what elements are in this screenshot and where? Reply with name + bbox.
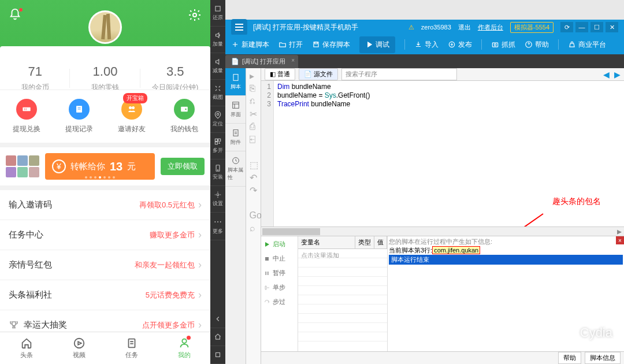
tb-publish[interactable]: 发布 <box>448 40 472 50</box>
tb-help[interactable]: 帮助 <box>525 40 549 50</box>
maximize-button[interactable]: ☐ <box>590 22 603 32</box>
ticket-icon <box>16 99 37 120</box>
code-area[interactable]: 123 Dim bundleNamebundleName = Sys.GetFr… <box>261 81 624 226</box>
bt-info[interactable]: 脚本信息 <box>585 352 621 364</box>
svg-point-6 <box>185 109 187 110</box>
action-withdraw[interactable]: 提现兑换 <box>0 99 53 134</box>
avatars-grid <box>6 155 39 177</box>
tab-headlines[interactable]: 头条 <box>0 332 53 364</box>
svg-rect-10 <box>216 6 220 11</box>
tb-open[interactable]: 打开 <box>278 40 303 50</box>
svg-rect-20 <box>315 42 318 44</box>
close-button[interactable]: ✕ <box>606 22 618 32</box>
svg-rect-1 <box>23 107 30 112</box>
svg-rect-12 <box>215 139 217 141</box>
tb-capture[interactable]: 抓抓 <box>491 40 515 50</box>
svg-rect-14 <box>215 142 217 144</box>
vt-restore[interactable]: 还原 <box>210 0 225 27</box>
svg-rect-25 <box>233 75 238 81</box>
tb-save[interactable]: 保存脚本 <box>312 40 350 50</box>
nav-prev[interactable]: ◀ <box>603 70 610 79</box>
vt-volume-up[interactable]: 加量 <box>210 27 225 53</box>
annotation-arrow <box>480 211 549 226</box>
tab-video[interactable]: 视频 <box>53 332 105 364</box>
minimize-button[interactable]: — <box>575 22 588 32</box>
svg-rect-27 <box>233 130 238 136</box>
vt-more[interactable]: ⋯更多 <box>210 213 225 240</box>
nav-next[interactable]: ▶ <box>614 70 621 79</box>
doc-icon <box>69 99 90 120</box>
tab-tasks[interactable]: 任务 <box>105 332 158 364</box>
svg-rect-33 <box>268 272 269 275</box>
emulator-toolbar: 还原 加量 减量 截图 定位 多开 安装 设置 ⋯更多 <box>210 0 225 364</box>
user-name[interactable]: zero35983 <box>421 24 451 31</box>
svg-point-23 <box>494 44 496 46</box>
vt-settings[interactable]: 设置 <box>210 186 225 213</box>
file-icon: 📄 <box>231 58 239 65</box>
vt-locate[interactable]: 定位 <box>210 106 225 133</box>
vt-install[interactable]: 安装 <box>210 159 225 186</box>
phone-screen: 71我的金币 1.00我的零钱 3.5今日阅读(分钟) 提现兑换 提现记录 开宝… <box>0 0 210 364</box>
promo-banner[interactable]: ¥ 转帐给你13元 <box>45 153 155 180</box>
vars-table: 变量名类型值 点击这里添加 <box>298 236 388 351</box>
refresh-icon[interactable]: ⟳ <box>560 22 573 32</box>
badge-treasure: 开宝箱 <box>123 93 147 103</box>
db-step[interactable]: 单步 <box>263 283 295 292</box>
svg-point-7 <box>74 339 84 348</box>
svg-rect-5 <box>181 107 188 112</box>
search-subroutine[interactable]: 搜索子程序 <box>341 68 457 80</box>
editor-tabs: ◧ 普通 📄 源文件 搜索子程序 ◀▶ <box>261 68 624 81</box>
vt-screenshot[interactable]: 截图 <box>210 80 225 106</box>
list-family[interactable]: 亲情号红包和亲友一起领红包 <box>0 250 210 280</box>
hamburger-icon[interactable] <box>231 19 247 35</box>
vt-volume-down[interactable]: 减量 <box>210 53 225 80</box>
lb-props[interactable]: 脚本属性 <box>225 151 246 187</box>
bt-help[interactable]: 帮助 <box>558 352 581 364</box>
gear-icon[interactable] <box>188 8 202 22</box>
lb-ui[interactable]: 界面 <box>225 96 246 124</box>
ide-window: [调试] 打开应用-按键精灵手机助手 ⚠ zero35983 退出 作者后台 模… <box>225 0 624 364</box>
tab-mine[interactable]: 我的 <box>158 332 210 364</box>
vt-recent[interactable] <box>210 346 225 364</box>
list-invite-code[interactable]: 输入邀请码再领取0.5元红包 <box>0 190 210 220</box>
avatar[interactable] <box>88 10 122 44</box>
annotation-text: 趣头条的包名 <box>552 196 601 207</box>
action-history[interactable]: 提现记录 <box>53 99 105 134</box>
tb-import[interactable]: 导入 <box>414 40 439 50</box>
tb-new[interactable]: 新建脚本 <box>231 40 269 50</box>
logout-link[interactable]: 退出 <box>458 23 471 32</box>
db-stepover[interactable]: 步过 <box>263 298 295 306</box>
bell-icon[interactable] <box>9 8 23 22</box>
svg-point-16 <box>217 170 218 170</box>
titlebar: [调试] 打开应用-按键精灵手机助手 ⚠ zero35983 退出 作者后台 模… <box>225 20 624 35</box>
db-run[interactable]: 启动 <box>263 240 295 248</box>
vt-multi[interactable]: 多开 <box>210 133 225 159</box>
svg-point-11 <box>217 113 219 116</box>
tb-debug[interactable]: 调试 <box>359 36 395 53</box>
hscroll[interactable]: ▸ <box>261 226 624 236</box>
tb-biz[interactable]: 商业平台 <box>568 40 606 50</box>
vt-back[interactable] <box>210 310 225 328</box>
svg-rect-32 <box>266 272 267 275</box>
svg-line-29 <box>485 214 543 226</box>
panel-close-icon[interactable]: × <box>616 236 624 244</box>
claim-button[interactable]: 立即领取 <box>161 158 205 175</box>
action-invite[interactable]: 开宝箱 邀请好友 <box>105 99 158 134</box>
close-tab-icon[interactable]: × <box>291 57 295 64</box>
emulator-badge[interactable]: 模拟器-5554 <box>510 22 554 33</box>
editor-tab[interactable]: 📄[调试] 打开应用× <box>225 55 298 68</box>
db-pause[interactable]: 暂停 <box>263 269 295 277</box>
svg-rect-26 <box>232 102 239 109</box>
vt-home[interactable] <box>210 328 225 346</box>
svg-point-0 <box>193 13 196 17</box>
watermark: Cydia <box>560 325 612 341</box>
et-source[interactable]: 📄 源文件 <box>299 68 338 80</box>
et-normal[interactable]: ◧ 普通 <box>265 68 295 80</box>
list-welfare[interactable]: 头条福利社5元话费免费充 <box>0 280 210 310</box>
action-wallet[interactable]: 我的钱包 <box>158 99 210 134</box>
db-stop[interactable]: 中止 <box>263 254 295 263</box>
lb-script[interactable]: 脚本 <box>225 68 246 96</box>
lb-attach[interactable]: 附件 <box>225 124 246 151</box>
author-link[interactable]: 作者后台 <box>478 23 503 32</box>
list-tasks[interactable]: 任务中心赚取更多金币 <box>0 220 210 250</box>
